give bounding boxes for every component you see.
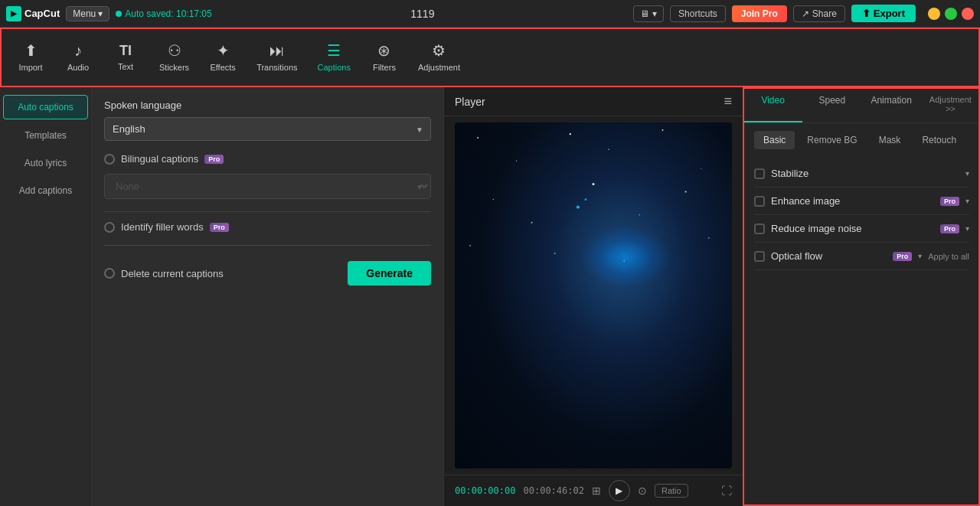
stabilize-label: Stabilize (771, 168, 959, 179)
svg-point-8 (592, 183, 594, 185)
divider-1 (104, 211, 431, 212)
share-button[interactable]: ↗ Share (793, 5, 845, 22)
toolbar-adjustment[interactable]: ⚙ Adjustment (409, 37, 469, 77)
svg-point-9 (639, 214, 640, 215)
snapshot-button[interactable]: ⊙ (638, 485, 647, 497)
minimize-button[interactable] (928, 8, 940, 20)
toolbar-transitions[interactable]: ⏭ Transitions (247, 38, 306, 77)
tab-speed[interactable]: Speed (802, 87, 861, 122)
monitor-icon: 🖥 (640, 8, 649, 19)
tab-animation[interactable]: Animation (862, 87, 921, 122)
stabilize-toggle[interactable] (754, 168, 765, 179)
export-icon: ⬆ (862, 8, 871, 19)
bilingual-radio[interactable] (104, 154, 115, 165)
delete-radio[interactable] (104, 268, 115, 279)
toolbar-import[interactable]: ⬆ Import (8, 37, 54, 77)
sidebar-item-auto-lyrics[interactable]: Auto lyrics (3, 152, 88, 175)
subtab-removebg[interactable]: Remove BG (798, 131, 866, 149)
time-total: 00:00:46:02 (523, 485, 583, 496)
tab-adjustment[interactable]: Adjustment >> (921, 87, 980, 122)
toolbar-filters[interactable]: ⊛ Filters (361, 37, 407, 77)
delete-row: Delete current captions (104, 268, 224, 279)
enhance-toggle[interactable] (754, 196, 765, 207)
generate-button[interactable]: Generate (348, 261, 431, 286)
topbar-right: 🖥 ▾ Shortcuts Join Pro ↗ Share ⬆ Export (633, 5, 974, 22)
right-tabs: Video Speed Animation Adjustment >> (743, 87, 980, 123)
captions-bottom-row: Delete current captions Generate (104, 261, 431, 286)
share-icon: ↗ (802, 8, 809, 19)
filters-icon: ⊛ (377, 41, 390, 60)
toolbar-text[interactable]: TI Text (103, 38, 149, 76)
subtab-basic[interactable]: Basic (754, 131, 795, 149)
toolbar-captions[interactable]: ☰ Captions (309, 37, 360, 77)
filler-words-radio[interactable] (104, 222, 115, 233)
left-panel: Auto captions Templates Auto lyrics Add … (0, 87, 444, 506)
svg-point-16 (584, 198, 586, 201)
player-controls: 00:00:00:00 00:00:46:02 ⊞ ▶ ⊙ Ratio ⛶ (444, 475, 743, 506)
close-button[interactable] (962, 8, 974, 20)
stabilize-arrow: ▾ (965, 169, 969, 178)
property-stabilize: Stabilize ▾ (754, 160, 969, 188)
join-pro-button[interactable]: Join Pro (732, 5, 787, 22)
tab-video[interactable]: Video (743, 87, 802, 122)
sidebar-item-templates[interactable]: Templates (3, 124, 88, 147)
subtab-retouch[interactable]: Retouch (913, 131, 965, 149)
autosave-status: Auto saved: 10:17:05 (116, 8, 211, 19)
spoken-language-section: Spoken language English Spanish French C… (104, 100, 431, 141)
bilingual-label: Bilingual captions (121, 153, 198, 165)
right-panel: Video Speed Animation Adjustment >> Basi… (743, 87, 980, 506)
svg-point-3 (608, 149, 609, 150)
toolbar-audio[interactable]: ♪ Audio (55, 38, 101, 77)
export-button[interactable]: ⬆ Export (851, 5, 916, 22)
player-video (455, 122, 732, 468)
ratio-button[interactable]: Ratio (655, 484, 688, 498)
sidebar-item-auto-captions[interactable]: Auto captions (3, 95, 88, 119)
sub-tabs: Basic Remove BG Mask Retouch (754, 131, 969, 149)
enhance-arrow: ▾ (965, 197, 969, 205)
apply-to-all-button[interactable]: Apply to all (928, 252, 969, 261)
app-name: CapCut (24, 8, 60, 19)
bilingual-row: Bilingual captions Pro (104, 153, 431, 165)
svg-point-5 (701, 168, 701, 169)
svg-point-2 (570, 133, 571, 135)
spoken-language-label: Spoken language (104, 100, 431, 111)
subtab-mask[interactable]: Mask (870, 131, 910, 149)
toolbar-stickers[interactable]: ⚇ Stickers (150, 37, 198, 77)
svg-point-0 (477, 137, 479, 139)
autosave-dot (116, 11, 122, 17)
noise-pro-badge: Pro (940, 224, 959, 233)
language-select[interactable]: English Spanish French Chinese (104, 117, 431, 141)
play-button[interactable]: ▶ (609, 480, 630, 501)
grid-view-button[interactable]: ⊞ (592, 485, 601, 497)
optical-toggle[interactable] (754, 251, 765, 262)
svg-point-10 (685, 191, 687, 192)
sidebar-item-add-captions[interactable]: Add captions (3, 179, 88, 202)
none-select[interactable]: None (104, 174, 431, 199)
maximize-button[interactable] (945, 8, 957, 20)
none-select-wrap: None (104, 174, 431, 199)
main-toolbar: ⬆ Import ♪ Audio TI Text ⚇ Stickers ✦ Ef… (0, 28, 980, 87)
delete-label: Delete current captions (121, 268, 224, 279)
noise-label: Reduce image noise (771, 223, 934, 234)
property-enhance-image: Enhance image Pro ▾ (754, 188, 969, 215)
left-sidebar: Auto captions Templates Auto lyrics Add … (0, 87, 92, 506)
svg-point-12 (708, 237, 710, 239)
filler-pro-badge: Pro (210, 223, 229, 232)
import-icon: ⬆ (24, 41, 38, 60)
noise-toggle[interactable] (754, 224, 765, 234)
enhance-label: Enhance image (771, 195, 934, 207)
menu-button[interactable]: Menu ▾ (66, 6, 109, 21)
transitions-icon: ⏭ (270, 42, 285, 60)
shortcuts-button[interactable]: Shortcuts (670, 5, 726, 22)
monitor-button[interactable]: 🖥 ▾ (633, 5, 664, 22)
video-background (455, 122, 732, 468)
player-menu-button[interactable]: ≡ (724, 93, 732, 109)
svg-point-15 (577, 206, 580, 209)
right-content: Basic Remove BG Mask Retouch Stabilize ▾… (743, 123, 980, 506)
optical-pro-badge: Pro (893, 252, 912, 261)
svg-point-4 (662, 129, 663, 131)
captions-icon: ☰ (327, 41, 341, 60)
fullscreen-button[interactable]: ⛶ (721, 485, 732, 497)
toolbar-effects[interactable]: ✦ Effects (200, 37, 246, 77)
noise-arrow: ▾ (965, 224, 969, 233)
